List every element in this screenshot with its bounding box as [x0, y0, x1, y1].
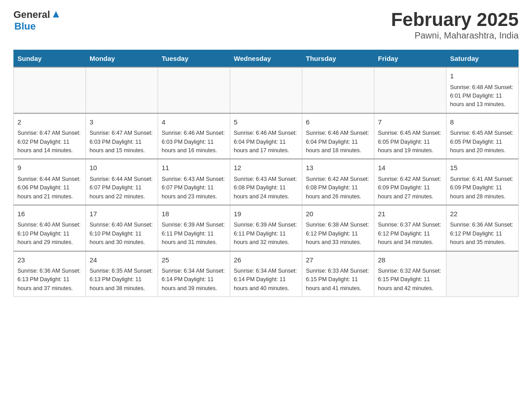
calendar-week-2: 2Sunrise: 6:47 AM Sunset: 6:02 PM Daylig… [14, 113, 519, 159]
weekday-friday: Friday [374, 50, 446, 68]
calendar-cell: 23Sunrise: 6:36 AM Sunset: 6:13 PM Dayli… [14, 251, 86, 297]
day-info: Sunrise: 6:32 AM Sunset: 6:15 PM Dayligh… [378, 267, 442, 293]
calendar-week-3: 9Sunrise: 6:44 AM Sunset: 6:06 PM Daylig… [14, 159, 519, 205]
calendar-cell [14, 67, 86, 113]
day-number: 28 [378, 255, 442, 265]
day-info: Sunrise: 6:38 AM Sunset: 6:12 PM Dayligh… [306, 221, 370, 247]
calendar-week-1: 1Sunrise: 6:48 AM Sunset: 6:01 PM Daylig… [14, 67, 519, 113]
calendar-cell: 5Sunrise: 6:46 AM Sunset: 6:04 PM Daylig… [230, 113, 302, 159]
calendar-table: Sunday Monday Tuesday Wednesday Thursday… [13, 50, 519, 297]
calendar-cell [446, 251, 519, 297]
day-number: 25 [162, 255, 226, 265]
calendar-cell: 7Sunrise: 6:45 AM Sunset: 6:05 PM Daylig… [374, 113, 446, 159]
day-number: 27 [306, 255, 370, 265]
calendar-cell: 6Sunrise: 6:46 AM Sunset: 6:04 PM Daylig… [302, 113, 374, 159]
calendar-cell: 3Sunrise: 6:47 AM Sunset: 6:03 PM Daylig… [86, 113, 158, 159]
day-number: 8 [450, 117, 515, 128]
page-header: General Blue February 2025 Pawni, Mahara… [13, 9, 519, 41]
calendar-cell: 27Sunrise: 6:33 AM Sunset: 6:15 PM Dayli… [302, 251, 374, 297]
day-info: Sunrise: 6:34 AM Sunset: 6:14 PM Dayligh… [162, 267, 226, 293]
day-info: Sunrise: 6:48 AM Sunset: 6:01 PM Dayligh… [450, 83, 515, 109]
day-number: 2 [17, 117, 82, 128]
day-info: Sunrise: 6:44 AM Sunset: 6:06 PM Dayligh… [17, 175, 82, 201]
day-number: 17 [90, 209, 154, 219]
day-number: 6 [306, 117, 370, 128]
weekday-wednesday: Wednesday [230, 50, 302, 68]
weekday-sunday: Sunday [14, 50, 86, 68]
calendar-cell: 24Sunrise: 6:35 AM Sunset: 6:13 PM Dayli… [86, 251, 158, 297]
day-number: 10 [90, 163, 154, 173]
day-number: 22 [450, 209, 515, 219]
calendar-cell: 19Sunrise: 6:39 AM Sunset: 6:11 PM Dayli… [230, 205, 302, 251]
day-info: Sunrise: 6:41 AM Sunset: 6:09 PM Dayligh… [450, 175, 515, 201]
day-info: Sunrise: 6:39 AM Sunset: 6:11 PM Dayligh… [234, 221, 298, 247]
calendar-cell: 9Sunrise: 6:44 AM Sunset: 6:06 PM Daylig… [14, 159, 86, 205]
weekday-thursday: Thursday [302, 50, 374, 68]
day-number: 24 [90, 255, 154, 265]
day-info: Sunrise: 6:36 AM Sunset: 6:13 PM Dayligh… [17, 267, 82, 293]
calendar-cell: 18Sunrise: 6:39 AM Sunset: 6:11 PM Dayli… [158, 205, 230, 251]
logo-general-text: General [13, 9, 50, 21]
day-info: Sunrise: 6:45 AM Sunset: 6:05 PM Dayligh… [378, 129, 442, 155]
calendar-cell: 21Sunrise: 6:37 AM Sunset: 6:12 PM Dayli… [374, 205, 446, 251]
day-number: 11 [162, 163, 226, 173]
calendar-cell: 26Sunrise: 6:34 AM Sunset: 6:14 PM Dayli… [230, 251, 302, 297]
day-info: Sunrise: 6:40 AM Sunset: 6:10 PM Dayligh… [17, 221, 82, 247]
day-number: 4 [162, 117, 226, 128]
calendar-cell: 10Sunrise: 6:44 AM Sunset: 6:07 PM Dayli… [86, 159, 158, 205]
calendar-cell: 25Sunrise: 6:34 AM Sunset: 6:14 PM Dayli… [158, 251, 230, 297]
calendar-cell [158, 67, 230, 113]
day-number: 14 [378, 163, 442, 173]
day-number: 20 [306, 209, 370, 219]
calendar-cell: 15Sunrise: 6:41 AM Sunset: 6:09 PM Dayli… [446, 159, 519, 205]
calendar-cell [86, 67, 158, 113]
day-info: Sunrise: 6:42 AM Sunset: 6:09 PM Dayligh… [378, 175, 442, 201]
calendar-cell: 17Sunrise: 6:40 AM Sunset: 6:10 PM Dayli… [86, 205, 158, 251]
svg-marker-0 [53, 11, 59, 17]
day-number: 5 [234, 117, 298, 128]
day-info: Sunrise: 6:46 AM Sunset: 6:03 PM Dayligh… [162, 129, 226, 155]
day-info: Sunrise: 6:46 AM Sunset: 6:04 PM Dayligh… [306, 129, 370, 155]
weekday-tuesday: Tuesday [158, 50, 230, 68]
day-number: 7 [378, 117, 442, 128]
calendar-cell: 12Sunrise: 6:43 AM Sunset: 6:08 PM Dayli… [230, 159, 302, 205]
calendar-cell: 8Sunrise: 6:45 AM Sunset: 6:05 PM Daylig… [446, 113, 519, 159]
calendar-week-5: 23Sunrise: 6:36 AM Sunset: 6:13 PM Dayli… [14, 251, 519, 297]
calendar-cell: 14Sunrise: 6:42 AM Sunset: 6:09 PM Dayli… [374, 159, 446, 205]
calendar-cell [302, 67, 374, 113]
logo-blue-text: Blue [14, 21, 61, 32]
calendar-cell: 20Sunrise: 6:38 AM Sunset: 6:12 PM Dayli… [302, 205, 374, 251]
day-info: Sunrise: 6:43 AM Sunset: 6:08 PM Dayligh… [234, 175, 298, 201]
logo: General Blue [13, 9, 61, 32]
calendar-cell: 4Sunrise: 6:46 AM Sunset: 6:03 PM Daylig… [158, 113, 230, 159]
day-info: Sunrise: 6:33 AM Sunset: 6:15 PM Dayligh… [306, 267, 370, 293]
day-info: Sunrise: 6:46 AM Sunset: 6:04 PM Dayligh… [234, 129, 298, 155]
page-title: February 2025 [391, 9, 519, 30]
weekday-saturday: Saturday [446, 50, 519, 68]
weekday-header-row: Sunday Monday Tuesday Wednesday Thursday… [14, 50, 519, 68]
day-info: Sunrise: 6:44 AM Sunset: 6:07 PM Dayligh… [90, 175, 154, 201]
day-info: Sunrise: 6:43 AM Sunset: 6:07 PM Dayligh… [162, 175, 226, 201]
day-info: Sunrise: 6:39 AM Sunset: 6:11 PM Dayligh… [162, 221, 226, 247]
day-info: Sunrise: 6:35 AM Sunset: 6:13 PM Dayligh… [90, 267, 154, 293]
day-info: Sunrise: 6:40 AM Sunset: 6:10 PM Dayligh… [90, 221, 154, 247]
day-number: 16 [17, 209, 82, 219]
title-block: February 2025 Pawni, Maharashtra, India [391, 9, 519, 41]
day-number: 15 [450, 163, 515, 173]
calendar-week-4: 16Sunrise: 6:40 AM Sunset: 6:10 PM Dayli… [14, 205, 519, 251]
calendar-cell: 11Sunrise: 6:43 AM Sunset: 6:07 PM Dayli… [158, 159, 230, 205]
day-number: 13 [306, 163, 370, 173]
day-info: Sunrise: 6:47 AM Sunset: 6:03 PM Dayligh… [90, 129, 154, 155]
day-info: Sunrise: 6:37 AM Sunset: 6:12 PM Dayligh… [378, 221, 442, 247]
day-number: 21 [378, 209, 442, 219]
calendar-cell: 2Sunrise: 6:47 AM Sunset: 6:02 PM Daylig… [14, 113, 86, 159]
calendar-cell [230, 67, 302, 113]
day-number: 12 [234, 163, 298, 173]
calendar-cell: 16Sunrise: 6:40 AM Sunset: 6:10 PM Dayli… [14, 205, 86, 251]
logo-triangle-icon [51, 9, 61, 19]
calendar-cell: 1Sunrise: 6:48 AM Sunset: 6:01 PM Daylig… [446, 67, 519, 113]
day-info: Sunrise: 6:45 AM Sunset: 6:05 PM Dayligh… [450, 129, 515, 155]
day-info: Sunrise: 6:47 AM Sunset: 6:02 PM Dayligh… [17, 129, 82, 155]
day-number: 18 [162, 209, 226, 219]
day-number: 3 [90, 117, 154, 128]
